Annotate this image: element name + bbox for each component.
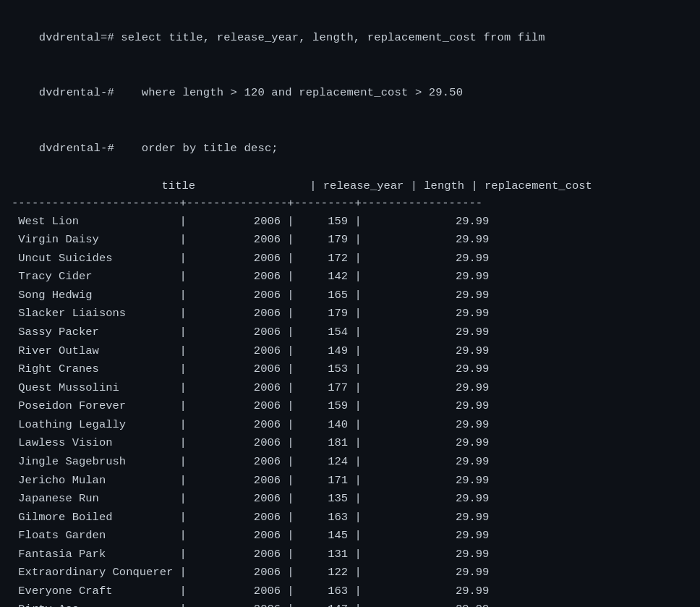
table-row: Sassy Packer | 2006 | 154 | 29.99 <box>12 323 688 342</box>
prompt-prefix-3: dvdrental-# <box>39 142 121 155</box>
prompt-command-1: select title, release_year, length, repl… <box>121 31 545 44</box>
table-separator: -------------------------+--------------… <box>12 195 688 212</box>
prompt-line-3: dvdrental-# order by title desc; <box>12 121 688 177</box>
table-header: title | release_year | length | replacem… <box>12 177 688 195</box>
prompt-command-3: order by title desc; <box>121 142 278 155</box>
table-row: Tracy Cider | 2006 | 142 | 29.99 <box>12 268 688 286</box>
prompt-line-2: dvdrental-# where length > 120 and repla… <box>12 66 688 122</box>
table-row: Fantasia Park | 2006 | 131 | 29.99 <box>12 546 688 564</box>
table-row: Slacker Liaisons | 2006 | 179 | 29.99 <box>12 305 688 323</box>
table-row: Jericho Mulan | 2006 | 171 | 29.99 <box>12 472 688 491</box>
prompt-prefix-2: dvdrental-# <box>39 86 121 99</box>
table-row: Right Cranes | 2006 | 153 | 29.99 <box>12 360 688 379</box>
table-row: Gilmore Boiled | 2006 | 163 | 29.99 <box>12 509 688 527</box>
table-row: Jingle Sagebrush | 2006 | 124 | 29.99 <box>12 453 688 472</box>
table-body: West Lion | 2006 | 159 | 29.99 Virgin Da… <box>12 213 688 607</box>
prompt-prefix-1: dvdrental=# <box>39 31 121 44</box>
prompt-command-2: where length > 120 and replacement_cost … <box>121 86 463 99</box>
table-row: Poseidon Forever | 2006 | 159 | 29.99 <box>12 397 688 416</box>
table-row: Japanese Run | 2006 | 135 | 29.99 <box>12 490 688 509</box>
table-row: Dirty Ace | 2006 | 147 | 29.99 <box>12 600 688 607</box>
table-row: West Lion | 2006 | 159 | 29.99 <box>12 213 688 232</box>
table-row: Extraordinary Conquerer | 2006 | 122 | 2… <box>12 564 688 582</box>
prompt-line-1: dvdrental=# select title, release_year, … <box>12 10 688 66</box>
table-row: Quest Mussolini | 2006 | 177 | 29.99 <box>12 379 688 398</box>
table-row: Uncut Suicides | 2006 | 172 | 29.99 <box>12 250 688 268</box>
table-row: Floats Garden | 2006 | 145 | 29.99 <box>12 527 688 546</box>
table-row: Virgin Daisy | 2006 | 179 | 29.99 <box>12 231 688 250</box>
table-row: Everyone Craft | 2006 | 163 | 29.99 <box>12 582 688 601</box>
table-row: River Outlaw | 2006 | 149 | 29.99 <box>12 342 688 361</box>
table-row: Song Hedwig | 2006 | 165 | 29.99 <box>12 286 688 305</box>
table-row: Lawless Vision | 2006 | 181 | 29.99 <box>12 434 688 453</box>
table-row: Loathing Legally | 2006 | 140 | 29.99 <box>12 416 688 435</box>
terminal-window: dvdrental=# select title, release_year, … <box>9 6 691 607</box>
results-table: title | release_year | length | replacem… <box>12 177 688 607</box>
